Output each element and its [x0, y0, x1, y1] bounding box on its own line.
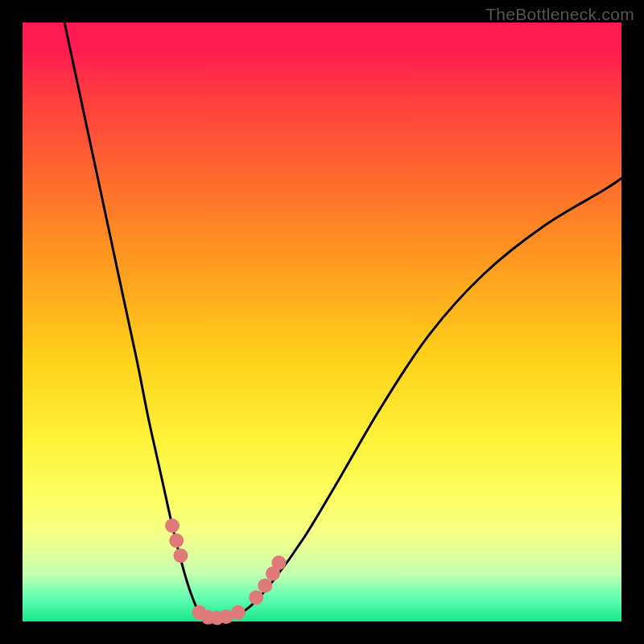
watermark-text: TheBottleneck.com: [485, 5, 634, 24]
plot-area: [23, 23, 621, 621]
curve-marker: [169, 534, 184, 548]
curve-marker: [165, 518, 180, 533]
bottleneck-curve: [64, 23, 621, 617]
chart-frame: TheBottleneck.com: [0, 0, 644, 644]
curve-svg: [23, 23, 621, 621]
curve-marker: [173, 548, 188, 563]
curve-marker: [271, 555, 286, 570]
curve-marker: [249, 590, 263, 605]
curve-marker: [231, 605, 246, 620]
curve-marker: [258, 578, 272, 592]
